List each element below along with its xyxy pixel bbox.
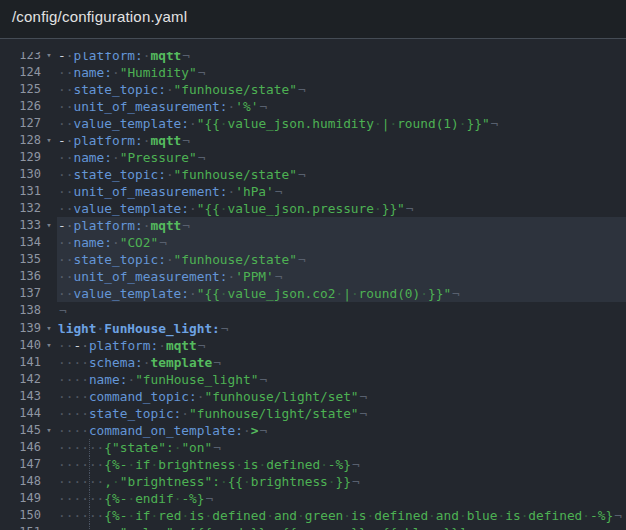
whitespace-dot: · xyxy=(243,525,251,530)
whitespace-dot: · xyxy=(58,252,66,267)
code-line-text[interactable]: ····command_topic:·"funhouse/light/set"¬ xyxy=(57,388,626,405)
whitespace-dot: · xyxy=(58,372,66,387)
whitespace-dot: · xyxy=(428,508,436,523)
whitespace-dot: · xyxy=(205,508,213,523)
whitespace-dot: · xyxy=(81,423,89,438)
file-path-bar: /config/configuration.yaml xyxy=(0,0,626,39)
whitespace-dot: · xyxy=(97,508,105,523)
line-number: 133 xyxy=(0,217,41,234)
whitespace-dot: · xyxy=(73,372,81,387)
code-line-text[interactable]: -·platform:·mqtt¬ xyxy=(57,217,626,234)
whitespace-dot: · xyxy=(220,201,228,216)
fold-gutter xyxy=(41,302,57,319)
code-line-text[interactable]: ··name:·"CO2"¬ xyxy=(57,234,626,251)
whitespace-dot: · xyxy=(228,184,236,199)
eol-marker: ¬ xyxy=(220,321,229,336)
whitespace-dot: · xyxy=(58,338,66,353)
whitespace-dot: · xyxy=(58,423,66,438)
code-line-text[interactable]: ······,·"brightness":·{{·brightness·}}¬ xyxy=(57,473,626,490)
whitespace-dot: · xyxy=(97,491,105,506)
code-line-text[interactable]: ····state_topic:·"funhouse/light/state"¬ xyxy=(57,405,626,422)
code-line-text[interactable]: ··state_topic:·"funhouse/state"¬ xyxy=(57,251,626,268)
editor-viewport[interactable]: 123▾-·platform:·mqtt¬124··name:·"Humidit… xyxy=(0,52,626,530)
code-line: 141····schema:·template¬ xyxy=(0,354,626,371)
line-number: 139 xyxy=(0,320,41,337)
whitespace-dot: · xyxy=(366,508,374,523)
code-line-text[interactable]: light·FunHouse_light:¬ xyxy=(57,320,626,337)
line-number: 142 xyxy=(0,371,41,388)
code-line-text[interactable]: ··value_template:·"{{·value_json.co2·|·r… xyxy=(57,285,626,302)
code-line-text[interactable]: ··value_template:·"{{·value_json.humidit… xyxy=(57,115,626,132)
fold-arrow-icon[interactable]: ▾ xyxy=(41,422,57,439)
line-number: 140 xyxy=(0,337,41,354)
code-line-text[interactable]: ··value_template:·"{{·value_json.pressur… xyxy=(57,200,626,217)
whitespace-dot: · xyxy=(243,474,251,489)
fold-arrow-icon[interactable]: ▾ xyxy=(41,217,57,234)
code-line-text[interactable]: ··state_topic:·"funhouse/state"¬ xyxy=(57,81,626,98)
eol-marker: ¬ xyxy=(359,406,368,421)
line-number: 123 xyxy=(0,52,41,64)
whitespace-dot: · xyxy=(89,525,97,530)
fold-gutter xyxy=(41,149,57,166)
fold-gutter xyxy=(41,183,57,200)
whitespace-dot: · xyxy=(498,508,506,523)
fold-arrow-icon[interactable]: ▾ xyxy=(41,337,57,354)
code-line-text[interactable]: ····command_on_template:·>¬ xyxy=(57,422,626,439)
code-line-text[interactable]: ······{%-·endif·-%}¬ xyxy=(57,490,626,507)
code-line-text[interactable]: ······{"state":·"on"¬ xyxy=(57,439,626,456)
eol-marker: ¬ xyxy=(197,150,206,165)
line-number: 127 xyxy=(0,115,41,132)
whitespace-dot: · xyxy=(158,338,166,353)
code-editor[interactable]: 123▾-·platform:·mqtt¬124··name:·"Humidit… xyxy=(0,40,626,530)
code-line: 132··value_template:·"{{·value_json.pres… xyxy=(0,200,626,217)
whitespace-dot: · xyxy=(73,423,81,438)
whitespace-dot: · xyxy=(66,52,74,63)
code-line-text[interactable]: ··unit_of_measurement:·'%'¬ xyxy=(57,98,626,115)
whitespace-dot: · xyxy=(374,525,382,530)
code-line-text[interactable]: ······{%-·if·red·is·defined·and·green·is… xyxy=(57,507,626,524)
code-line-text[interactable]: ¬ xyxy=(57,302,626,319)
whitespace-dot: · xyxy=(81,525,89,530)
code-line-text[interactable]: -·platform:·mqtt¬ xyxy=(57,52,626,64)
code-line: 126··unit_of_measurement:·'%'¬ xyxy=(0,98,626,115)
eol-marker: ¬ xyxy=(212,440,221,455)
whitespace-dot: · xyxy=(58,269,66,284)
code-line-text[interactable]: ··-·platform:·mqtt¬ xyxy=(57,337,626,354)
code-line-text[interactable]: ··name:·"Pressure"¬ xyxy=(57,149,626,166)
code-line-text[interactable]: ··state_topic:·"funhouse/state"¬ xyxy=(57,166,626,183)
whitespace-dot: · xyxy=(58,116,66,131)
fold-arrow-icon[interactable]: ▾ xyxy=(41,320,57,337)
file-path-title: /config/configuration.yaml xyxy=(12,8,626,25)
code-line-text[interactable]: ····schema:·template¬ xyxy=(57,354,626,371)
code-line-text[interactable]: ··unit_of_measurement:·'hPa'¬ xyxy=(57,183,626,200)
code-line: 133▾-·platform:·mqtt¬ xyxy=(0,217,626,234)
whitespace-dot: · xyxy=(66,82,74,97)
whitespace-dot: · xyxy=(81,372,89,387)
whitespace-dot: · xyxy=(459,508,467,523)
whitespace-dot: · xyxy=(58,491,66,506)
code-line: 140▾··-·platform:·mqtt¬ xyxy=(0,337,626,354)
whitespace-dot: · xyxy=(97,474,105,489)
whitespace-dot: · xyxy=(58,508,66,523)
code-line-text[interactable]: ······,·"color":·[{{·red·}},·{{·green·}}… xyxy=(57,524,626,530)
code-line-text[interactable]: ··name:·"Humidity"¬ xyxy=(57,64,626,81)
line-number: 145 xyxy=(0,422,41,439)
fold-gutter xyxy=(41,388,57,405)
code-line: 127··value_template:·"{{·value_json.humi… xyxy=(0,115,626,132)
whitespace-dot: · xyxy=(81,389,89,404)
code-line-text[interactable]: ····name:·"funHouse_light"¬ xyxy=(57,371,626,388)
whitespace-dot: · xyxy=(58,65,66,80)
whitespace-dot: · xyxy=(343,508,351,523)
code-line: 131··unit_of_measurement:·'hPa'¬ xyxy=(0,183,626,200)
whitespace-dot: · xyxy=(66,338,74,353)
whitespace-dot: · xyxy=(58,355,66,370)
code-line-text[interactable]: ··unit_of_measurement:·'PPM'¬ xyxy=(57,268,626,285)
fold-arrow-icon[interactable]: ▾ xyxy=(41,52,57,64)
whitespace-dot: · xyxy=(58,184,66,199)
code-line-text[interactable]: ······{%-·if·brightness·is·defined·-%}¬ xyxy=(57,456,626,473)
fold-arrow-icon[interactable]: ▾ xyxy=(41,132,57,149)
code-line: 139▾light·FunHouse_light:¬ xyxy=(0,320,626,337)
whitespace-dot: · xyxy=(66,252,74,267)
code-line-text[interactable]: -·platform:·mqtt¬ xyxy=(57,132,626,149)
whitespace-dot: · xyxy=(73,508,81,523)
